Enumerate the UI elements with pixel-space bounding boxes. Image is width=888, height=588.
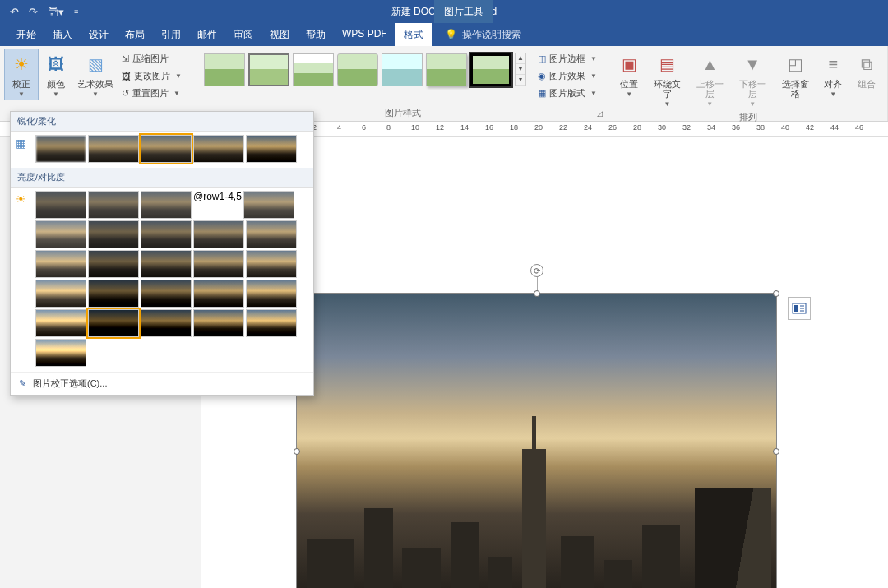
bc-thumb[interactable] — [88, 220, 139, 248]
bc-thumb[interactable] — [35, 280, 86, 308]
dialog-launcher-icon[interactable]: ◿ — [597, 109, 603, 118]
bc-thumb-selected[interactable] — [88, 309, 139, 337]
reset-picture-button[interactable]: ↺重置图片▼ — [118, 86, 185, 101]
bc-thumb[interactable] — [193, 250, 244, 278]
bc-thumb[interactable] — [141, 191, 192, 219]
picture-effects-button[interactable]: ◉图片效果▼ — [534, 68, 600, 84]
section-sharpen-soften: 锐化/柔化 — [11, 112, 313, 132]
bc-thumb[interactable] — [88, 280, 139, 308]
style-thumb-5[interactable] — [382, 53, 423, 86]
picture-border-button[interactable]: ◫图片边框▼ — [534, 51, 600, 67]
color-button[interactable]: 🖼 颜色 ▼ — [39, 49, 72, 100]
bc-thumb[interactable] — [243, 191, 294, 219]
undo-icon[interactable]: ↶ — [7, 4, 22, 20]
gallery-scroll-up[interactable]: ▲ — [516, 53, 525, 64]
bring-forward-label: 上移一层 — [692, 79, 727, 99]
style-thumb-7-selected[interactable] — [470, 53, 511, 86]
group-picture-styles: ▲ ▼ ▾ ◫图片边框▼ ◉图片效果▼ ▦图片版式▼ 图片样式◿ — [197, 46, 608, 121]
group-objects-button[interactable]: ⧉组合 — [851, 49, 882, 90]
tab-format[interactable]: 格式 — [395, 23, 432, 46]
bring-forward-button[interactable]: ▲上移一层▼ — [689, 49, 730, 109]
reset-label: 重置图片 — [132, 87, 169, 100]
style-thumb-3[interactable] — [293, 53, 334, 86]
send-backward-button[interactable]: ▼下移一层▼ — [732, 49, 773, 109]
resize-handle-l[interactable] — [294, 448, 300, 455]
bc-thumb[interactable] — [246, 280, 297, 308]
resize-handle-t[interactable] — [534, 290, 540, 297]
group-arrange-label: 排列 — [739, 112, 757, 122]
chevron-down-icon: ▼ — [590, 72, 597, 80]
bc-thumb[interactable] — [141, 220, 192, 248]
bc-thumb[interactable] — [193, 309, 244, 337]
selection-pane-button[interactable]: ◰选择窗格 — [775, 49, 816, 100]
bc-thumb[interactable] — [193, 280, 244, 308]
artistic-effects-button[interactable]: ▧ 艺术效果 ▼ — [74, 49, 117, 100]
tell-me-search[interactable]: 💡 操作说明搜索 — [432, 23, 521, 46]
style-thumb-2[interactable] — [248, 53, 289, 86]
bc-thumb[interactable] — [141, 250, 192, 278]
style-thumb-6[interactable] — [426, 53, 467, 86]
bc-thumb[interactable] — [35, 220, 86, 248]
style-thumb-4[interactable] — [337, 53, 378, 86]
gallery-more[interactable]: ▾ — [516, 75, 525, 86]
lightbulb-icon: 💡 — [445, 29, 457, 40]
sharpen-thumb-5[interactable] — [246, 135, 297, 163]
bc-thumb[interactable] — [141, 309, 192, 337]
tab-insert[interactable]: 插入 — [44, 23, 81, 46]
tab-home[interactable]: 开始 — [8, 23, 44, 46]
tab-design[interactable]: 设计 — [81, 23, 117, 46]
bc-thumb[interactable] — [141, 280, 192, 308]
bc-thumb[interactable] — [35, 191, 86, 219]
tab-review[interactable]: 审阅 — [225, 23, 261, 46]
quick-access-toolbar: ↶ ↷ 🖆▾ ≡ — [0, 4, 81, 20]
layout-icon: ▦ — [538, 88, 546, 99]
sharpen-thumb-1[interactable] — [35, 135, 86, 163]
sharpen-thumb-4[interactable] — [193, 135, 244, 163]
bc-thumb[interactable] — [246, 220, 297, 248]
touch-mode-icon[interactable]: 🖆▾ — [44, 4, 67, 20]
bc-thumb[interactable] — [88, 250, 139, 278]
tab-wps-pdf[interactable]: WPS PDF — [334, 23, 395, 46]
wrap-text-button[interactable]: ▤环绕文字▼ — [646, 49, 687, 109]
chevron-down-icon: ▼ — [53, 90, 59, 98]
redo-icon[interactable]: ↷ — [25, 4, 41, 20]
picture-layout-button[interactable]: ▦图片版式▼ — [534, 86, 600, 101]
bc-thumb[interactable] — [35, 309, 86, 337]
bc-thumb[interactable] — [246, 250, 297, 278]
rotate-handle[interactable]: ⟳ — [530, 264, 543, 277]
bc-thumb[interactable] — [193, 220, 244, 248]
chevron-down-icon: ▼ — [18, 90, 25, 98]
artistic-icon: ▧ — [82, 51, 109, 77]
bc-thumb[interactable] — [35, 339, 86, 367]
resize-handle-r[interactable] — [773, 448, 779, 455]
styles-gallery: ▲ ▼ ▾ — [202, 49, 528, 90]
position-button[interactable]: ▣位置▼ — [613, 49, 645, 100]
bc-thumb[interactable] — [35, 250, 86, 278]
tab-references[interactable]: 引用 — [153, 23, 189, 46]
compress-picture-button[interactable]: ⇲压缩图片 — [118, 51, 185, 67]
corrections-button[interactable]: ☀ 校正 ▼ — [5, 49, 38, 100]
tab-layout[interactable]: 布局 — [117, 23, 153, 46]
sharpen-thumb-2[interactable] — [88, 135, 139, 163]
selected-picture[interactable]: ⟳ — [296, 293, 777, 588]
chevron-down-icon: ▼ — [173, 90, 180, 97]
layout-options-button[interactable] — [788, 297, 811, 320]
selection-pane-label: 选择窗格 — [778, 79, 812, 99]
picture-corrections-options[interactable]: ✎ 图片校正选项(C)... — [11, 372, 313, 395]
tab-view[interactable]: 视图 — [261, 23, 298, 46]
tab-mailings[interactable]: 邮件 — [189, 23, 225, 46]
sharpen-thumb-3-selected[interactable] — [141, 135, 192, 163]
style-thumb-1[interactable] — [204, 53, 245, 86]
picture-layout-label: 图片版式 — [549, 87, 585, 100]
gallery-scroll-down[interactable]: ▼ — [516, 64, 525, 75]
svg-rect-1 — [794, 305, 798, 312]
title-bar: ↶ ↷ 🖆▾ ≡ 新建 DOCX 文档 - Word 图片工具 — [0, 0, 888, 23]
qat-more-icon[interactable]: ≡ — [71, 6, 81, 17]
change-picture-button[interactable]: 🖼更改图片▼ — [118, 68, 185, 84]
chevron-down-icon: ▼ — [749, 100, 756, 108]
bc-thumb[interactable] — [246, 309, 297, 337]
align-button[interactable]: ≡对齐▼ — [817, 49, 849, 100]
tab-help[interactable]: 帮助 — [298, 23, 334, 46]
resize-handle-tr[interactable] — [773, 290, 779, 297]
bc-thumb[interactable] — [88, 191, 139, 219]
